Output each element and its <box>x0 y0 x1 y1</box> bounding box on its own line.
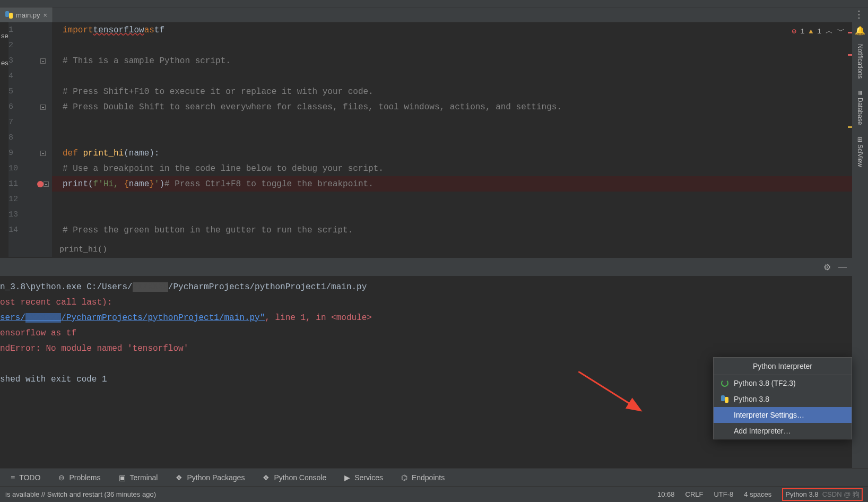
line-number[interactable]: 10 <box>8 161 34 176</box>
problems-tool[interactable]: ⊖ Problems <box>58 473 100 482</box>
error-count: 1 <box>801 28 805 36</box>
code-line[interactable]: # Press the green button in the gutter t… <box>52 222 852 238</box>
code-line[interactable] <box>52 38 852 53</box>
line-number[interactable]: 9 <box>8 145 34 161</box>
run-panel-header: ⚙ — <box>0 258 852 276</box>
left-tool-stub[interactable]: ser <box>0 22 8 49</box>
interpreter-option[interactable]: Python 3.8 (TF2.3) <box>714 375 852 391</box>
file-encoding[interactable]: UTF-8 <box>714 490 733 498</box>
left-tool-stub[interactable]: es <box>0 49 8 76</box>
python-icon <box>721 395 728 403</box>
code-line[interactable] <box>52 207 852 222</box>
breakpoint-icon[interactable] <box>37 181 44 187</box>
file-tab[interactable]: main.py × <box>0 7 53 22</box>
fold-icon[interactable] <box>44 181 49 187</box>
interpreter-settings[interactable]: Interpreter Settings… <box>714 407 852 423</box>
code-line[interactable] <box>52 192 852 207</box>
notifications-icon[interactable]: 🔔 <box>855 25 865 36</box>
code-line[interactable] <box>52 115 852 130</box>
code-editor[interactable]: 1234567891011121314 import tensorflow as… <box>8 22 852 257</box>
gutter-mark[interactable] <box>34 22 52 38</box>
warning-marker[interactable] <box>848 126 852 128</box>
traceback-line: ensorflow as tf <box>0 325 852 341</box>
database-tool[interactable]: ≣ Database <box>856 87 864 128</box>
line-number[interactable]: 14 <box>8 222 34 238</box>
add-interpreter[interactable]: Add Interpreter… <box>714 423 852 439</box>
line-separator[interactable]: CRLF <box>685 490 704 498</box>
gutter-mark[interactable] <box>34 68 52 84</box>
interpreter-label: Python 3.8 (TF2.3) <box>734 379 796 387</box>
packages-tool[interactable]: ❖ Python Packages <box>176 473 245 482</box>
interpreter-status[interactable]: Python 3.8 CSDN @ 狗 <box>782 488 863 501</box>
code-line[interactable]: # This is a sample Python script. <box>52 53 852 68</box>
terminal-tool[interactable]: ▣ Terminal <box>119 473 158 482</box>
gutter-mark[interactable] <box>34 222 52 238</box>
file-link[interactable]: sers/XXXXXXX/PycharmProjects/pythonProje… <box>0 313 265 323</box>
line-number[interactable]: 7 <box>8 115 34 130</box>
line-number[interactable]: 2 <box>8 38 34 53</box>
line-number[interactable]: 1 <box>8 22 34 38</box>
gutter-mark[interactable] <box>34 99 52 115</box>
line-number[interactable]: 8 <box>8 130 34 145</box>
warning-count-icon: ▲ <box>809 28 813 36</box>
caret-position[interactable]: 10:68 <box>657 490 675 498</box>
error-marker[interactable] <box>848 54 852 56</box>
tab-options-icon[interactable]: ⋮ <box>854 10 864 19</box>
notifications-tool[interactable]: Notifications <box>856 41 864 82</box>
code-line[interactable] <box>52 68 852 84</box>
gutter-mark[interactable] <box>34 53 52 68</box>
indent-setting[interactable]: 4 spaces <box>744 490 771 498</box>
error-stripe[interactable] <box>847 22 852 257</box>
gutter-mark[interactable] <box>34 130 52 145</box>
gutter-mark[interactable] <box>34 145 52 161</box>
todo-tool[interactable]: ≡ TODO <box>11 473 40 482</box>
gutter-mark[interactable] <box>34 192 52 207</box>
code-line[interactable]: print(f'Hi, {name}') # Press Ctrl+F8 to … <box>52 176 852 192</box>
code-line[interactable]: # Use a breakpoint in the code line belo… <box>52 161 852 176</box>
endpoints-tool[interactable]: ⌬ Endpoints <box>401 473 445 482</box>
panel-hide-icon[interactable]: — <box>838 262 847 272</box>
warning-count: 1 <box>817 28 821 36</box>
status-bar: is available // Switch and restart (36 m… <box>0 486 868 502</box>
code-line[interactable] <box>52 130 852 145</box>
line-number[interactable]: 5 <box>8 84 34 99</box>
gutter-mark[interactable] <box>34 161 52 176</box>
error-marker[interactable] <box>848 32 852 33</box>
gutter-mark[interactable] <box>34 84 52 99</box>
inspection-widget[interactable]: ⊖1 ▲1 ︿ ﹀ <box>792 27 845 36</box>
line-number[interactable]: 12 <box>8 192 34 207</box>
breadcrumb[interactable]: print_hi() <box>59 242 107 257</box>
menu-label: Interpreter Settings… <box>734 411 804 419</box>
code-area[interactable]: import tensorflow as tf# This is a sampl… <box>52 22 852 257</box>
editor-gutter[interactable]: 1234567891011121314 <box>8 22 52 257</box>
loading-icon <box>721 379 728 387</box>
line-number[interactable]: 11 <box>8 176 34 192</box>
fold-icon[interactable] <box>40 58 46 64</box>
panel-settings-icon[interactable]: ⚙ <box>823 262 831 272</box>
tool-window-bar: ≡ TODO ⊖ Problems ▣ Terminal ❖ Python Pa… <box>0 468 868 486</box>
gutter-mark[interactable] <box>34 176 52 192</box>
gutter-mark[interactable] <box>34 38 52 53</box>
traceback-line: ost recent call last): <box>0 295 852 310</box>
line-number[interactable]: 3 <box>8 53 34 68</box>
interpreter-option[interactable]: Python 3.8 <box>714 391 852 407</box>
popup-title: Python Interpreter <box>714 358 852 375</box>
gutter-mark[interactable] <box>34 115 52 130</box>
prev-highlight-icon[interactable]: ︿ <box>826 27 833 36</box>
code-line[interactable]: # Press Shift+F10 to execute it or repla… <box>52 84 852 99</box>
code-line[interactable]: def print_hi(name): <box>52 145 852 161</box>
fold-icon[interactable] <box>40 105 46 110</box>
fold-icon[interactable] <box>40 151 46 156</box>
code-line[interactable]: # Press Double Shift to search everywher… <box>52 99 852 115</box>
code-line[interactable]: import tensorflow as tf <box>52 22 852 38</box>
services-tool[interactable]: ▶ Services <box>344 473 383 482</box>
line-number[interactable]: 6 <box>8 99 34 115</box>
console-tool[interactable]: ❖ Python Console <box>263 473 326 482</box>
next-highlight-icon[interactable]: ﹀ <box>837 27 845 36</box>
status-message[interactable]: is available // Switch and restart (36 m… <box>5 490 156 498</box>
line-number[interactable]: 4 <box>8 68 34 84</box>
sciview-tool[interactable]: ⊞ SciView <box>856 134 864 170</box>
gutter-mark[interactable] <box>34 207 52 222</box>
line-number[interactable]: 13 <box>8 207 34 222</box>
close-tab-icon[interactable]: × <box>44 11 48 19</box>
